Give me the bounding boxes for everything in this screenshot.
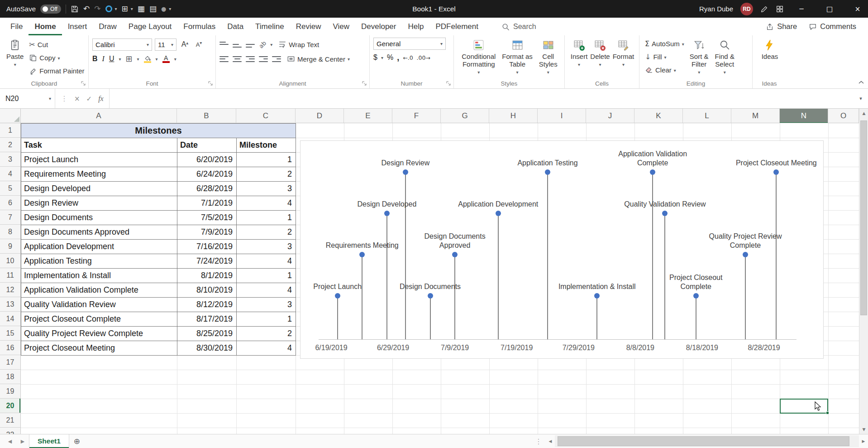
sheet-tab-sheet1[interactable]: Sheet1 [29,434,69,448]
cell-date[interactable]: 7/24/2019 [177,254,237,269]
cell-date[interactable]: 7/16/2019 [177,240,237,254]
cut-button[interactable]: ✂Cut [27,39,86,51]
column-header-F[interactable]: F [392,109,441,123]
fill-handle[interactable] [826,411,829,414]
cell-header-date[interactable]: Date [177,138,237,153]
cell-milestone[interactable]: 3 [237,240,296,254]
comma-style-button[interactable]: , [397,53,399,63]
align-top-icon[interactable] [219,41,229,48]
search-box[interactable]: Search [501,18,536,35]
fill-button[interactable]: ↓Fill▾ [643,51,686,63]
enter-icon[interactable]: ✓ [86,95,92,103]
merge-center-button[interactable]: Merge & Center▾ [285,53,352,65]
cell-merged-title[interactable]: Milestones [21,124,296,138]
align-center-icon[interactable] [233,56,242,63]
tab-home[interactable]: Home [29,18,62,35]
cell-task[interactable]: Project Closeout Meeting [21,341,177,356]
cell-task[interactable]: Implementation & Install [21,269,177,283]
cell-milestone[interactable]: 3 [237,298,296,312]
cell-milestone[interactable]: 1 [237,153,296,167]
cell-task[interactable]: Quality Validation Review [21,298,177,312]
row-header-6[interactable]: 6 [0,196,20,210]
font-family-combo[interactable]: Calibri▾ [92,39,152,51]
cell-task[interactable]: Quality Project Review Complete [21,327,177,341]
tab-help[interactable]: Help [402,18,430,35]
customize-qat-chevron-icon[interactable]: ▾ [169,6,171,11]
wrap-text-button[interactable]: Wrap Text [277,39,321,51]
milestone-timeline-chart[interactable]: 6/19/20196/29/20197/9/20197/19/20197/29/… [300,140,824,359]
accounting-format-button[interactable]: $ [373,53,377,62]
row-header-12[interactable]: 12 [0,283,20,297]
row-header-2[interactable]: 2 [0,138,20,152]
row-header-8[interactable]: 8 [0,225,20,239]
cell-task[interactable]: Application Validation Complete [21,283,177,298]
cell-milestone[interactable]: 3 [237,182,296,196]
font-size-combo[interactable]: 11▾ [155,39,176,51]
find-select-button[interactable]: Find & Select ▾ [712,38,737,79]
align-left-icon[interactable] [219,56,229,63]
cell-milestone[interactable]: 1 [237,211,296,225]
redo-icon[interactable]: ↷ [94,5,100,13]
number-format-combo[interactable]: General▾ [373,38,446,50]
column-header-B[interactable]: B [177,109,236,123]
cell-date[interactable]: 8/25/2019 [177,327,237,341]
delete-cells-button[interactable]: Delete ▾ [589,38,610,79]
row-header-13[interactable]: 13 [0,297,20,312]
avatar[interactable]: RD [740,3,753,15]
cell-task[interactable]: Design Review [21,196,177,211]
row-header-10[interactable]: 10 [0,254,20,268]
clipboard-dialog-launcher[interactable] [80,80,86,87]
italic-button[interactable]: I [102,55,105,63]
vertical-scrollbar[interactable]: ▲ ▼ [859,109,868,434]
decrease-decimal-button[interactable]: .00→ [417,54,430,61]
qat-insert-cells-icon[interactable]: ⊞ [122,5,128,13]
number-dialog-launcher[interactable] [445,80,452,87]
row-header-1[interactable]: 1 [0,123,20,138]
cell-task[interactable]: Requirements Meeting [21,167,177,182]
row-header-4[interactable]: 4 [0,167,20,181]
cancel-icon[interactable]: × [74,95,80,103]
underline-button[interactable]: U [109,55,114,63]
column-header-L[interactable]: L [683,109,731,123]
tab-data[interactable]: Data [221,18,249,35]
row-header-17[interactable]: 17 [0,355,20,370]
column-header-E[interactable]: E [344,109,392,123]
comments-button[interactable]: Comments [809,22,856,31]
vscroll-down-arrow-icon[interactable]: ▼ [859,425,868,434]
column-header-M[interactable]: M [731,109,780,123]
cell-milestone[interactable]: 4 [237,341,296,356]
column-header-C[interactable]: C [236,109,296,123]
tab-timeline[interactable]: Timeline [249,18,290,35]
row-header-11[interactable]: 11 [0,268,20,283]
cell-date[interactable]: 7/5/2019 [177,211,237,225]
row-header-15[interactable]: 15 [0,326,20,341]
row-header-16[interactable]: 16 [0,341,20,355]
fill-color-button[interactable] [144,55,151,63]
row-header-3[interactable]: 3 [0,152,20,167]
formula-bar-splitter[interactable]: ⋮ [61,94,68,103]
cell-task[interactable]: Design Documents Approved [21,225,177,240]
column-header-J[interactable]: J [586,109,634,123]
tab-view[interactable]: View [327,18,355,35]
column-header-K[interactable]: K [634,109,683,123]
tab-page-layout[interactable]: Page Layout [123,18,177,35]
format-cells-button[interactable]: Format ▾ [612,38,635,79]
select-all-corner[interactable] [0,109,21,123]
cell-styles-button[interactable]: Cell Styles ▾ [536,38,560,79]
undo-icon[interactable]: ↶ [83,5,90,13]
qat-donut-chart-icon[interactable] [105,5,112,12]
increase-indent-icon[interactable] [272,56,281,63]
font-dialog-launcher[interactable] [207,80,214,87]
cell-date[interactable]: 6/28/2019 [177,182,237,196]
cell-task[interactable]: Application Testing [21,254,177,269]
insert-function-icon[interactable]: fx [98,95,104,103]
increase-decimal-button[interactable]: ←.0 [403,54,413,61]
tab-review[interactable]: Review [290,18,327,35]
tab-pdfelement[interactable]: PDFelement [429,18,484,35]
formula-bar-expand-chevron-icon[interactable]: ▾ [854,89,868,108]
row-header-9[interactable]: 9 [0,239,20,254]
format-as-table-button[interactable]: Format as Table ▾ [499,38,535,79]
cell-task[interactable]: Application Development [21,240,177,254]
hscroll-right-arrow-icon[interactable]: ▶ [859,434,868,448]
user-name[interactable]: Ryan Dube [699,5,733,13]
